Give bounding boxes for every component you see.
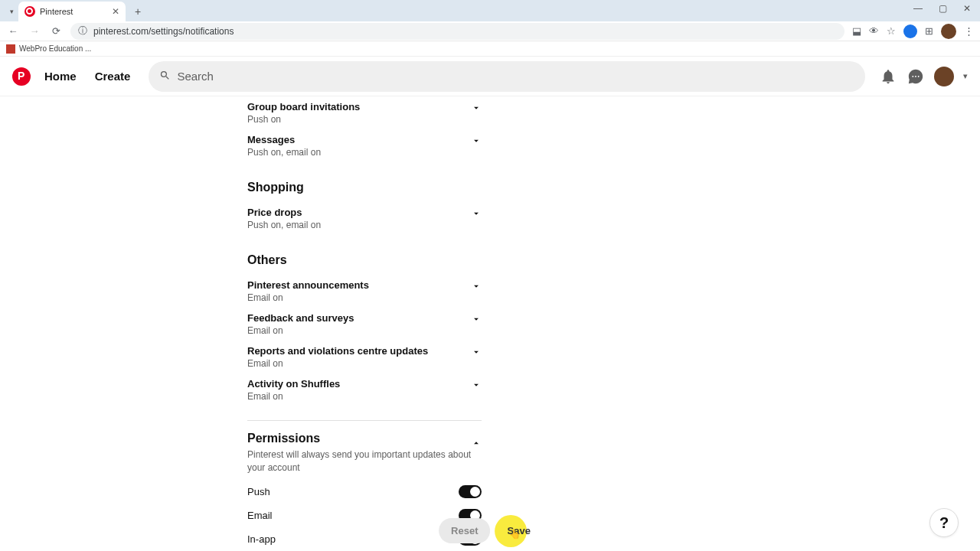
chevron-down-icon[interactable] [471, 281, 482, 295]
setting-feedback[interactable]: Feedback and surveys Email on [247, 308, 482, 341]
save-button-wrap: Save 👆 [497, 518, 541, 543]
permissions-heading: Permissions [247, 432, 320, 445]
back-button[interactable]: ← [6, 24, 20, 38]
permissions-description: Pinterest will always send you important… [247, 448, 482, 474]
reset-button[interactable]: Reset [439, 518, 490, 543]
minimize-button[interactable]: — [911, 3, 925, 14]
setting-title: Feedback and surveys [247, 312, 482, 324]
setting-status: Push on [247, 114, 482, 125]
account-chevron-icon[interactable]: ▾ [963, 71, 968, 81]
setting-announcements[interactable]: Pinterest announcements Email on [247, 275, 482, 308]
search-placeholder: Search [177, 70, 214, 83]
permission-label: Email [247, 510, 273, 521]
chevron-down-icon[interactable] [471, 347, 482, 360]
pinterest-header: Home Create Search ▾ [0, 57, 980, 96]
chevron-down-icon[interactable] [471, 208, 482, 222]
user-avatar[interactable] [934, 67, 954, 86]
maximize-button[interactable]: ▢ [936, 3, 949, 14]
extensions-puzzle-icon[interactable]: ⊞ [925, 25, 933, 37]
search-input[interactable]: Search [149, 61, 865, 92]
forward-button[interactable]: → [28, 24, 41, 38]
url-text: pinterest.com/settings/notifications [93, 26, 234, 37]
setting-title: Pinterest announcements [247, 279, 482, 291]
tab-bar: ▾ Pinterest ✕ + [0, 0, 980, 21]
browser-tab[interactable]: Pinterest ✕ [18, 2, 126, 21]
chevron-down-icon[interactable] [471, 314, 482, 328]
permission-label: In-app [247, 533, 276, 545]
chevron-down-icon[interactable] [471, 103, 482, 116]
notification-settings: Group board invitations Push on Messages… [247, 96, 482, 546]
pinterest-logo-icon[interactable] [12, 67, 31, 86]
setting-title: Price drops [247, 207, 482, 218]
setting-group-board[interactable]: Group board invitations Push on [247, 96, 482, 129]
footer-actions: Reset Save 👆 [439, 518, 541, 543]
new-tab-button[interactable]: + [130, 4, 145, 19]
window-controls: — ▢ ✕ [911, 3, 974, 14]
permission-label: Push [247, 486, 270, 497]
permission-push: Push [247, 485, 482, 498]
help-button[interactable]: ? [929, 508, 959, 537]
setting-title: Reports and violations centre updates [247, 345, 482, 357]
setting-messages[interactable]: Messages Push on, email on [247, 129, 482, 162]
nav-create[interactable]: Create [90, 70, 136, 83]
reload-button[interactable]: ⟳ [49, 24, 63, 38]
chevron-up-icon[interactable] [471, 438, 482, 452]
bookmark-bar: WebPro Education ... [0, 41, 980, 57]
section-others: Others [247, 253, 482, 267]
setting-status: Push on, email on [247, 147, 482, 158]
tab-search-icon[interactable]: ▾ [5, 4, 18, 19]
close-icon[interactable]: ✕ [112, 6, 119, 17]
setting-status: Email on [247, 358, 482, 369]
bookmark-star-icon[interactable]: ☆ [887, 25, 896, 37]
setting-shuffles[interactable]: Activity on Shuffles Email on [247, 373, 482, 406]
profile-avatar[interactable] [941, 24, 956, 39]
chevron-down-icon[interactable] [471, 135, 482, 149]
section-shopping: Shopping [247, 181, 482, 194]
tab-title: Pinterest [40, 7, 107, 16]
messages-icon[interactable] [906, 67, 925, 86]
menu-icon[interactable]: ⋮ [964, 25, 974, 37]
site-info-icon[interactable]: ⓘ [78, 24, 87, 37]
close-window-button[interactable]: ✕ [960, 3, 974, 14]
divider [247, 420, 482, 421]
url-input[interactable]: ⓘ pinterest.com/settings/notifications [70, 23, 844, 40]
bell-icon[interactable] [879, 67, 897, 86]
setting-status: Email on [247, 391, 482, 402]
extension-icon[interactable] [903, 24, 917, 38]
section-permissions[interactable]: Permissions [247, 432, 482, 445]
pinterest-favicon-icon [24, 6, 35, 17]
setting-status: Email on [247, 292, 482, 303]
setting-title: Activity on Shuffles [247, 378, 482, 390]
setting-price-drops[interactable]: Price drops Push on, email on [247, 202, 482, 235]
cursor-icon: 👆 [509, 529, 521, 540]
install-icon[interactable]: ⬓ [852, 25, 861, 37]
browser-chrome: ▾ Pinterest ✕ + — ▢ ✕ ← → ⟳ ⓘ pinterest.… [0, 0, 980, 41]
setting-title: Messages [247, 134, 482, 145]
eye-off-icon[interactable]: 👁 [869, 25, 879, 37]
search-icon [159, 70, 171, 83]
toolbar-icons: ⬓ 👁 ☆ ⊞ ⋮ [852, 24, 974, 39]
chevron-down-icon[interactable] [471, 380, 482, 393]
address-bar: ← → ⟳ ⓘ pinterest.com/settings/notificat… [0, 21, 980, 41]
bookmark-item[interactable]: WebPro Education ... [19, 44, 91, 53]
setting-status: Email on [247, 325, 482, 336]
setting-status: Push on, email on [247, 220, 482, 230]
toggle-push[interactable] [459, 485, 482, 498]
nav-home[interactable]: Home [40, 70, 81, 83]
setting-title: Group board invitations [247, 101, 482, 112]
setting-reports[interactable]: Reports and violations centre updates Em… [247, 341, 482, 373]
bookmark-favicon-icon [6, 44, 15, 54]
